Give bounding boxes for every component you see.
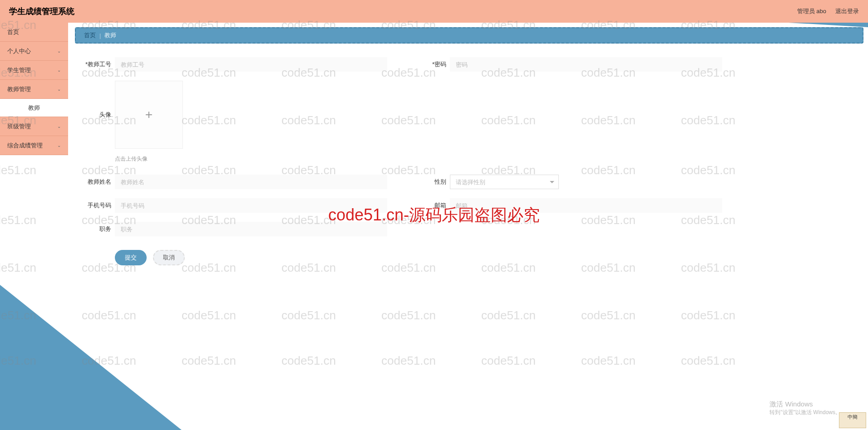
watermark-text: code51.cn bbox=[381, 354, 436, 368]
submit-button[interactable]: 提交 bbox=[115, 250, 147, 265]
chevron-down-icon: ⌄ bbox=[57, 124, 61, 129]
sidebar-item-label: 教师 bbox=[28, 104, 40, 112]
phone-input[interactable] bbox=[115, 198, 387, 213]
sidebar-item-home[interactable]: 首页 bbox=[0, 23, 68, 42]
watermark-text: code51.cn bbox=[681, 308, 735, 322]
avatar-hint: 点击上传头像 bbox=[115, 155, 148, 163]
breadcrumb-separator: | bbox=[99, 32, 101, 39]
sidebar-item-label: 教师管理 bbox=[7, 85, 31, 93]
sidebar: 首页 个人中心 ⌄ 学生管理 ⌄ 教师管理 ⌄ 教师 班级管理 ⌄ 综合成绩管理… bbox=[0, 23, 68, 155]
watermark-text: code51.cn bbox=[182, 354, 236, 368]
cancel-button[interactable]: 取消 bbox=[153, 250, 185, 265]
watermark-text: code51.cn bbox=[281, 354, 336, 368]
gender-label: 性别 bbox=[414, 178, 446, 186]
watermark-text: code51.cn bbox=[0, 213, 36, 227]
sidebar-item-profile[interactable]: 个人中心 ⌄ bbox=[0, 42, 68, 61]
watermark-text: code51.cn bbox=[581, 354, 636, 368]
sidebar-item-label: 综合成绩管理 bbox=[7, 142, 43, 150]
avatar-upload[interactable]: + bbox=[115, 81, 183, 149]
chevron-down-icon: ⌄ bbox=[57, 49, 61, 54]
user-label[interactable]: 管理员 abo bbox=[797, 7, 826, 15]
sidebar-item-students[interactable]: 学生管理 ⌄ bbox=[0, 61, 68, 80]
watermark-text: code51.cn bbox=[481, 354, 536, 368]
sidebar-item-label: 班级管理 bbox=[7, 122, 31, 131]
watermark-text: code51.cn bbox=[681, 354, 735, 368]
teacher-no-label: *教师工号 bbox=[79, 60, 111, 68]
watermark-text: code51.cn bbox=[281, 308, 336, 322]
position-input[interactable] bbox=[115, 222, 387, 236]
password-label: *密码 bbox=[414, 60, 446, 68]
breadcrumb: 首页 | 教师 bbox=[75, 27, 863, 44]
avatar-label: 头像 bbox=[79, 111, 111, 119]
sidebar-subitem-teacher[interactable]: 教师 bbox=[0, 99, 68, 117]
sidebar-item-grades[interactable]: 综合成绩管理 ⌄ bbox=[0, 136, 68, 155]
phone-label: 手机号码 bbox=[79, 201, 111, 210]
teacher-name-label: 教师姓名 bbox=[79, 178, 111, 186]
breadcrumb-home[interactable]: 首页 bbox=[84, 31, 96, 39]
email-label: 邮箱 bbox=[414, 201, 446, 210]
logout-button[interactable]: 退出登录 bbox=[835, 7, 859, 15]
password-input[interactable] bbox=[450, 57, 722, 72]
watermark-text: code51.cn bbox=[0, 163, 36, 177]
chevron-down-icon: ⌄ bbox=[57, 143, 61, 148]
footer-triangle-decor bbox=[0, 285, 182, 430]
main-content: 首页 | 教师 *教师工号 *密码 头像 + bbox=[75, 27, 863, 279]
gender-select[interactable]: 请选择性别 bbox=[450, 175, 559, 189]
teacher-no-input[interactable] bbox=[115, 57, 387, 72]
teacher-name-input[interactable] bbox=[115, 175, 387, 189]
email-input[interactable] bbox=[450, 198, 722, 213]
header: 学生成绩管理系统 管理员 abo 退出登录 bbox=[0, 0, 868, 23]
plus-icon: + bbox=[145, 108, 153, 122]
windows-activation-notice: 激活 Windows 转到"设置"以激活 Windows。 bbox=[769, 400, 841, 416]
watermark-text: code51.cn bbox=[0, 261, 36, 275]
sidebar-item-label: 学生管理 bbox=[7, 66, 31, 74]
sidebar-item-label: 首页 bbox=[7, 28, 19, 36]
form-area: *教师工号 *密码 头像 + 点击上传头像 教师姓名 bbox=[75, 44, 863, 279]
position-label: 职务 bbox=[79, 225, 111, 233]
watermark-text: code51.cn bbox=[182, 308, 236, 322]
header-right: 管理员 abo 退出登录 bbox=[797, 7, 859, 15]
chevron-down-icon: ⌄ bbox=[57, 68, 61, 73]
ime-badge: 中簡 bbox=[839, 412, 866, 428]
sidebar-item-classes[interactable]: 班级管理 ⌄ bbox=[0, 117, 68, 136]
chevron-down-icon: ⌄ bbox=[57, 87, 61, 92]
app-title: 学生成绩管理系统 bbox=[9, 6, 74, 17]
watermark-text: code51.cn bbox=[581, 308, 636, 322]
breadcrumb-current: 教师 bbox=[104, 31, 116, 39]
sidebar-item-teachers[interactable]: 教师管理 ⌄ bbox=[0, 80, 68, 99]
watermark-text: code51.cn bbox=[381, 308, 436, 322]
watermark-text: code51.cn bbox=[481, 308, 536, 322]
sidebar-item-label: 个人中心 bbox=[7, 47, 31, 55]
